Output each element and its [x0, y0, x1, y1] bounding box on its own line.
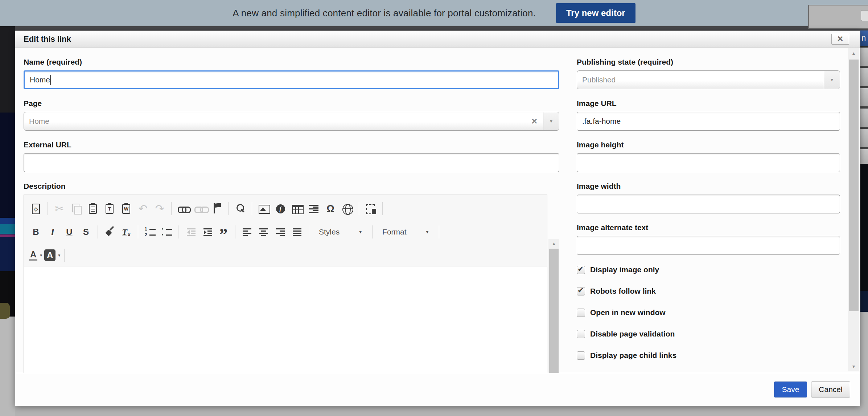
checkbox-display-image-only[interactable]: ✔	[577, 266, 585, 274]
table-icon[interactable]	[289, 199, 305, 218]
page-background-mini-button	[861, 10, 868, 21]
image-icon[interactable]	[255, 199, 272, 218]
undo-icon[interactable]: ↶	[135, 199, 151, 218]
strike-icon[interactable]: S	[78, 223, 94, 241]
dialog-scrollbar[interactable]: ▲ ▼	[848, 48, 859, 371]
toolbar-row-3: A▼A▼	[28, 244, 546, 267]
check-icon: ✔	[577, 265, 584, 273]
left-column: Name (required) Page Home × ▼ External U…	[24, 48, 559, 373]
paste-text-icon[interactable]: T	[101, 199, 118, 218]
name-input[interactable]	[24, 70, 559, 89]
image-width-input[interactable]	[577, 195, 840, 213]
indent-icon[interactable]	[198, 223, 215, 241]
underline-icon[interactable]: U	[61, 223, 78, 241]
iframe-icon[interactable]	[339, 199, 355, 218]
fontcolor-icon[interactable]: A▼	[28, 246, 44, 265]
pagebreak-icon[interactable]	[362, 199, 379, 218]
external-url-label: External URL	[24, 140, 559, 149]
format-dropdown[interactable]: Format▼	[376, 223, 436, 241]
description-label: Description	[24, 182, 559, 191]
image-alt-input[interactable]	[577, 236, 840, 255]
alignleft-icon[interactable]	[239, 223, 255, 241]
cut-icon[interactable]: ✂	[51, 199, 68, 218]
blockquote-icon[interactable]: ”	[215, 223, 232, 241]
bgcolor-icon[interactable]: A▼	[44, 246, 61, 265]
unlink-icon[interactable]	[192, 199, 208, 218]
page-background-dark	[860, 164, 868, 291]
banner-message: A new and simplified content editor is a…	[233, 8, 536, 19]
notification-banner: A new and simplified content editor is a…	[0, 0, 868, 26]
toolbar-separator	[382, 202, 383, 215]
checkbox-robots-follow-link[interactable]: ✔	[577, 287, 585, 295]
toolbar-separator	[372, 225, 373, 238]
link-icon[interactable]	[175, 199, 192, 218]
page-background-list	[860, 48, 868, 164]
dialog-title: Edit this link	[24, 34, 71, 44]
dialog-header: Edit this link ×	[15, 31, 860, 48]
image-height-label: Image height	[577, 140, 840, 149]
copy-icon[interactable]	[68, 199, 85, 218]
text-caret	[50, 75, 51, 85]
alignright-icon[interactable]	[272, 223, 289, 241]
italic-icon[interactable]: I	[44, 223, 61, 241]
checkbox-open-in-new-window[interactable]	[577, 309, 585, 317]
chevron-down-icon: ▼	[549, 119, 554, 124]
close-icon[interactable]: ×	[831, 34, 849, 45]
external-url-input[interactable]	[24, 153, 559, 172]
specialchar-icon[interactable]: Ω	[322, 199, 339, 218]
page-background-right: n	[860, 30, 868, 416]
paste-word-icon[interactable]: W	[118, 199, 135, 218]
toolbar-separator	[98, 225, 98, 238]
bold-icon[interactable]: B	[28, 223, 44, 241]
page-select-value: Home	[24, 117, 526, 126]
numlist-icon[interactable]: 12	[141, 223, 158, 241]
page-select[interactable]: Home × ▼	[24, 112, 559, 131]
name-field-wrap	[24, 70, 559, 89]
bullist-icon[interactable]: ▪▪	[158, 223, 175, 241]
toolbar-separator	[138, 225, 138, 238]
save-button[interactable]: Save	[774, 382, 807, 397]
styles-dropdown[interactable]: Styles▼	[312, 223, 369, 241]
image-url-input[interactable]	[577, 112, 840, 131]
dropdown-arrow-box[interactable]: ▼	[543, 112, 559, 130]
flash-icon[interactable]: f	[272, 199, 289, 218]
source-icon[interactable]: ◇	[28, 199, 44, 218]
copyformat-icon[interactable]	[101, 223, 118, 241]
editor-scrollbar[interactable]: ▲	[548, 239, 559, 373]
page-background-panel	[808, 5, 868, 29]
scroll-down-icon[interactable]: ▼	[848, 363, 859, 371]
checkbox-list: ✔Display image only✔Robots follow linkOp…	[577, 265, 840, 360]
toolbar-separator	[178, 225, 178, 238]
scroll-up-icon[interactable]: ▲	[848, 49, 859, 57]
removeformat-icon[interactable]: Tx	[118, 223, 135, 241]
find-icon[interactable]	[232, 199, 248, 218]
page-background-art	[0, 303, 10, 319]
publishing-state-select[interactable]: Published ▼	[577, 70, 840, 89]
checkbox-label: Display page child links	[590, 351, 676, 360]
scroll-up-icon[interactable]: ▲	[548, 239, 559, 248]
toolbar-separator	[359, 202, 359, 215]
aligncenter-icon[interactable]	[255, 223, 272, 241]
anchor-icon[interactable]	[208, 199, 225, 218]
try-new-editor-button[interactable]: Try new editor	[556, 3, 635, 23]
editor-scrollbar-thumb[interactable]	[549, 249, 559, 373]
toolbar-separator	[252, 202, 252, 215]
justify-icon[interactable]	[289, 223, 305, 241]
redo-icon[interactable]: ↷	[151, 199, 168, 218]
chevron-down-icon: ▼	[830, 77, 834, 82]
outdent-icon[interactable]	[182, 223, 198, 241]
dialog-body: Name (required) Page Home × ▼ External U…	[15, 48, 860, 373]
toolbar-row-1: ◇✂TW↶↷fΩ	[28, 197, 546, 220]
dropdown-arrow-box[interactable]: ▼	[824, 71, 840, 89]
screen: n A new and simplified content editor is…	[0, 0, 868, 416]
checkbox-display-page-child-links[interactable]	[577, 351, 585, 360]
cancel-button[interactable]: Cancel	[811, 382, 850, 397]
clear-icon[interactable]: ×	[526, 116, 543, 127]
checkbox-label: Open in new window	[590, 308, 666, 317]
image-height-input[interactable]	[577, 153, 840, 172]
description-editor-body[interactable]	[24, 266, 547, 373]
hrule-icon[interactable]	[305, 199, 322, 218]
paste-icon[interactable]	[85, 199, 101, 218]
checkbox-disable-page-validation[interactable]	[577, 330, 585, 338]
dialog-scrollbar-thumb[interactable]	[849, 60, 859, 311]
